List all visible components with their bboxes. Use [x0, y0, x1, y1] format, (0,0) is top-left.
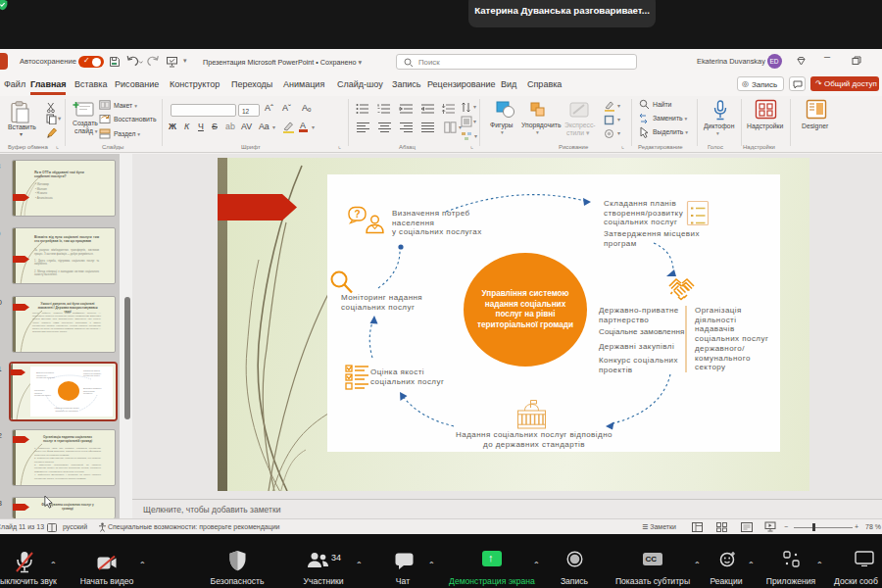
svg-text:?: ? — [354, 209, 360, 220]
